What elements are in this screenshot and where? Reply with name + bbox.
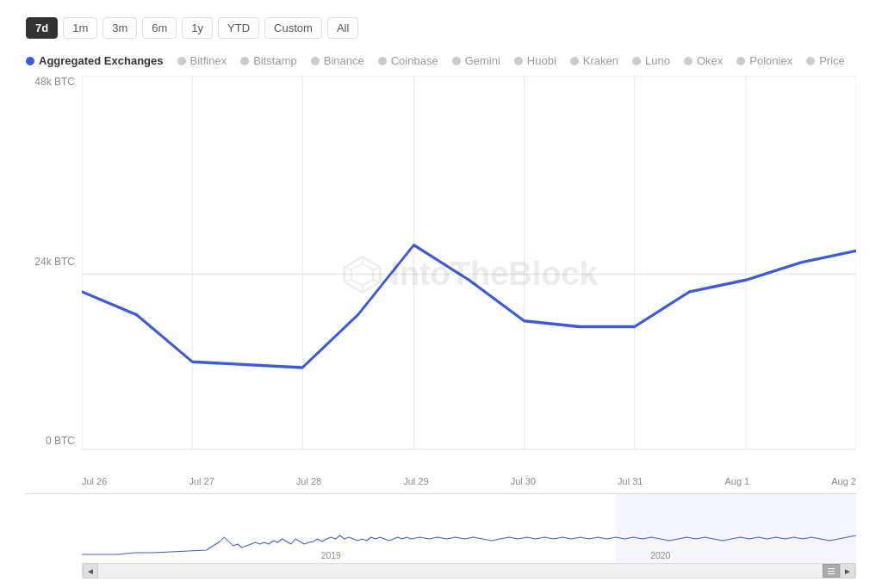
legend-dot-icon	[632, 57, 641, 65]
legend-item-aggregated-exchanges[interactable]: Aggregated Exchanges	[26, 54, 164, 67]
legend-label: Gemini	[465, 54, 500, 67]
svg-text:2020: 2020	[650, 551, 670, 560]
x-axis-label: Aug 1	[724, 476, 749, 486]
chart-wrapper: 48k BTC24k BTC0 BTC IntoTheBlock	[26, 76, 856, 579]
y-axis-label: 24k BTC	[26, 256, 75, 268]
legend-label: Aggregated Exchanges	[39, 54, 164, 67]
legend-item-binance[interactable]: Binance	[311, 54, 364, 67]
legend-dot-icon	[378, 57, 387, 65]
time-btn-1m[interactable]: 1m	[63, 17, 97, 39]
scrollbar-thumb-line-1	[828, 568, 835, 569]
scrollbar-inner	[98, 564, 840, 578]
legend-label: Binance	[324, 54, 364, 67]
legend-dot-icon	[177, 57, 186, 65]
legend-item-huobi[interactable]: Huobi	[514, 54, 556, 67]
y-axis-label: 0 BTC	[26, 435, 75, 447]
chart-svg-container: IntoTheBlock	[82, 76, 856, 473]
time-btn-1y[interactable]: 1y	[182, 17, 213, 39]
legend-label: Luno	[645, 54, 670, 67]
legend-dot-icon	[514, 57, 523, 65]
svg-text:2019: 2019	[321, 551, 341, 560]
legend-dot-icon	[452, 57, 461, 65]
mini-svg-container: 2019 2020	[82, 494, 856, 563]
scrollbar-right-arrow[interactable]: ►	[840, 563, 855, 579]
mini-y-space	[26, 494, 82, 563]
legend-dot-icon	[736, 57, 745, 65]
y-axis: 48k BTC24k BTC0 BTC	[26, 76, 82, 473]
mini-chart-area: 2019 2020	[26, 494, 856, 563]
legend-item-okex[interactable]: Okex	[684, 54, 723, 67]
main-chart-area: 48k BTC24k BTC0 BTC IntoTheBlock	[26, 76, 856, 473]
mini-chart-svg: 2019 2020	[82, 494, 856, 563]
time-btn-7d[interactable]: 7d	[26, 17, 58, 39]
x-axis-label: Jul 30	[511, 476, 536, 486]
x-axis: Jul 26Jul 27Jul 28Jul 29Jul 30Jul 31Aug …	[26, 476, 856, 486]
legend-item-coinbase[interactable]: Coinbase	[378, 54, 438, 67]
x-axis-label: Jul 29	[403, 476, 428, 486]
scrollbar-thumb-line-3	[828, 573, 835, 574]
x-axis-label: Jul 28	[296, 476, 321, 486]
legend-item-bitfinex[interactable]: Bitfinex	[177, 54, 227, 67]
main-container: 7d1m3m6m1yYTDCustomAll Aggregated Exchan…	[0, 0, 882, 588]
legend-dot-icon	[570, 57, 579, 65]
main-chart-svg	[82, 76, 856, 473]
time-controls: 7d1m3m6m1yYTDCustomAll	[26, 17, 856, 39]
legend-item-luno[interactable]: Luno	[632, 54, 670, 67]
legend-label: Poloniex	[749, 54, 792, 67]
legend-label: Price	[819, 54, 845, 67]
legend-item-price[interactable]: Price	[806, 54, 845, 67]
legend-dot-icon	[311, 57, 320, 65]
legend-label: Bitstamp	[253, 54, 297, 67]
x-axis-label: Jul 31	[618, 476, 643, 486]
scrollbar-left-arrow[interactable]: ◄	[83, 563, 98, 579]
legend-label: Bitfinex	[190, 54, 227, 67]
time-btn-custom[interactable]: Custom	[264, 17, 322, 39]
legend-dot-icon	[684, 57, 693, 65]
legend-item-bitstamp[interactable]: Bitstamp	[240, 54, 297, 67]
mini-chart-section: 2019 2020 ◄ ►	[26, 493, 856, 579]
legend-label: Huobi	[527, 54, 556, 67]
legend-item-kraken[interactable]: Kraken	[570, 54, 618, 67]
legend-dot-icon	[26, 57, 34, 65]
x-axis-label: Jul 27	[189, 476, 214, 486]
time-btn-6m[interactable]: 6m	[142, 17, 177, 39]
legend-item-poloniex[interactable]: Poloniex	[736, 54, 792, 67]
y-axis-label: 48k BTC	[26, 76, 75, 88]
legend-label: Kraken	[583, 54, 618, 67]
time-btn-ytd[interactable]: YTD	[218, 17, 259, 39]
legend-label: Okex	[697, 54, 723, 67]
time-btn-all[interactable]: All	[327, 17, 358, 39]
x-axis-label: Aug 2	[831, 476, 856, 486]
x-axis-label: Jul 26	[82, 476, 107, 486]
legend-dot-icon	[806, 57, 815, 65]
scrollbar-thumb-line-2	[828, 571, 835, 572]
scrollbar-track: ◄ ►	[82, 563, 856, 579]
legend-label: Coinbase	[391, 54, 438, 67]
scrollbar-thumb-lines	[828, 568, 835, 574]
legend-item-gemini[interactable]: Gemini	[452, 54, 500, 67]
scrollbar-thumb[interactable]	[823, 564, 840, 578]
legend-dot-icon	[240, 57, 249, 65]
legend: Aggregated ExchangesBitfinexBitstampBina…	[26, 54, 856, 67]
time-btn-3m[interactable]: 3m	[102, 17, 137, 39]
